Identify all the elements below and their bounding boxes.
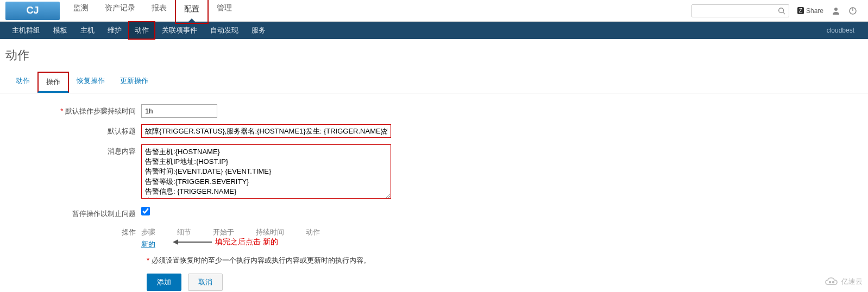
nav-admin[interactable]: 管理 bbox=[209, 0, 240, 24]
search-icon bbox=[778, 7, 785, 15]
share-link[interactable]: Z Share bbox=[797, 7, 823, 15]
tab-action[interactable]: 动作 bbox=[8, 72, 37, 93]
pause-label: 暂停操作以制止问题 bbox=[5, 207, 141, 219]
current-user: cloudbest bbox=[827, 27, 863, 34]
subnav-maintenance[interactable]: 维护 bbox=[101, 21, 128, 40]
tab-update-operations[interactable]: 更新操作 bbox=[112, 72, 156, 93]
add-button[interactable]: 添加 bbox=[147, 274, 181, 291]
svg-line-1 bbox=[783, 12, 785, 14]
subnav-actions[interactable]: 动作 bbox=[128, 21, 155, 40]
nav-reports[interactable]: 报表 bbox=[143, 0, 175, 24]
ops-col-action: 动作 bbox=[306, 225, 342, 239]
search-input[interactable] bbox=[691, 4, 789, 17]
annotation-text: 填完之后点击 新的 bbox=[215, 237, 278, 247]
user-icon[interactable] bbox=[832, 7, 840, 15]
subnav-templates[interactable]: 模板 bbox=[47, 21, 74, 40]
svg-point-0 bbox=[779, 8, 784, 12]
main-nav: 监测 资产记录 报表 配置 管理 bbox=[65, 0, 240, 24]
svg-point-2 bbox=[834, 8, 838, 11]
title-label: 默认标题 bbox=[5, 124, 141, 136]
message-textarea[interactable] bbox=[141, 144, 391, 199]
required-star: * bbox=[147, 256, 152, 264]
nav-inventory[interactable]: 资产记录 bbox=[97, 0, 143, 24]
new-operation-link[interactable]: 新的 bbox=[141, 240, 155, 248]
subnav-discovery[interactable]: 自动发现 bbox=[204, 21, 245, 40]
title-input[interactable] bbox=[141, 124, 391, 138]
pause-checkbox[interactable] bbox=[141, 207, 150, 215]
power-icon[interactable] bbox=[848, 7, 857, 15]
svg-point-5 bbox=[829, 282, 831, 283]
watermark: 亿速云 bbox=[824, 277, 863, 287]
svg-point-6 bbox=[833, 282, 834, 283]
ops-col-step: 步骤 bbox=[141, 225, 177, 239]
nav-configuration[interactable]: 配置 bbox=[175, 0, 209, 24]
tab-bar: 动作 操作 恢复操作 更新操作 bbox=[0, 72, 868, 93]
cloud-icon bbox=[824, 277, 839, 287]
subnav-hosts[interactable]: 主机 bbox=[74, 21, 101, 40]
message-label: 消息内容 bbox=[5, 144, 141, 156]
subnav-correlation[interactable]: 关联项事件 bbox=[155, 21, 204, 40]
duration-input[interactable] bbox=[141, 104, 217, 118]
tab-operations[interactable]: 操作 bbox=[37, 72, 69, 93]
ops-label: 操作 bbox=[5, 225, 141, 237]
duration-label: 默认操作步骤持续时间 bbox=[5, 104, 141, 116]
z-icon: Z bbox=[797, 7, 804, 14]
tab-recovery-operations[interactable]: 恢复操作 bbox=[69, 72, 112, 93]
subnav-hostgroups[interactable]: 主机群组 bbox=[5, 21, 47, 40]
nav-monitoring[interactable]: 监测 bbox=[65, 0, 97, 24]
logo: CJ bbox=[5, 2, 60, 20]
cancel-button[interactable]: 取消 bbox=[188, 274, 223, 291]
hint-text: 必须设置恢复时的至少一个执行内容或执行内容或更新时的执行内容。 bbox=[152, 256, 370, 264]
page-title: 动作 bbox=[0, 39, 868, 72]
annotation-arrow bbox=[174, 242, 212, 243]
subnav-services[interactable]: 服务 bbox=[245, 21, 272, 40]
